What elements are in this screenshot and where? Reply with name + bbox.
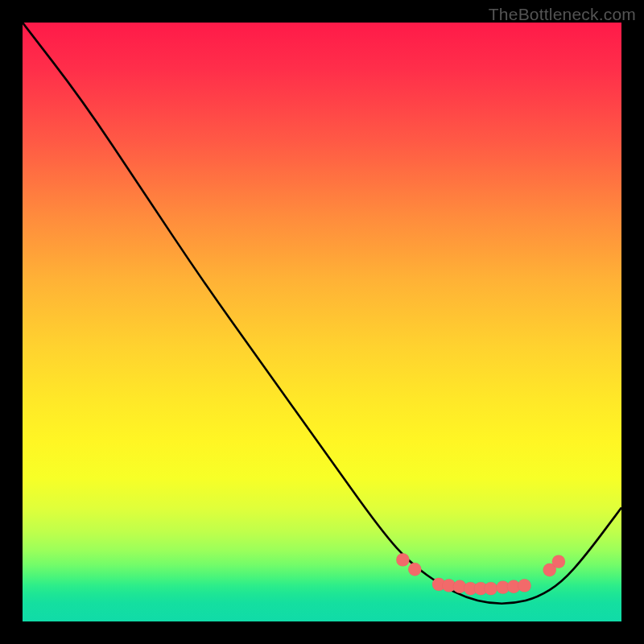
chart-frame: TheBottleneck.com [0,0,644,644]
watermark-text: TheBottleneck.com [489,5,636,24]
plot-area [23,23,621,621]
background-gradient [23,23,621,621]
